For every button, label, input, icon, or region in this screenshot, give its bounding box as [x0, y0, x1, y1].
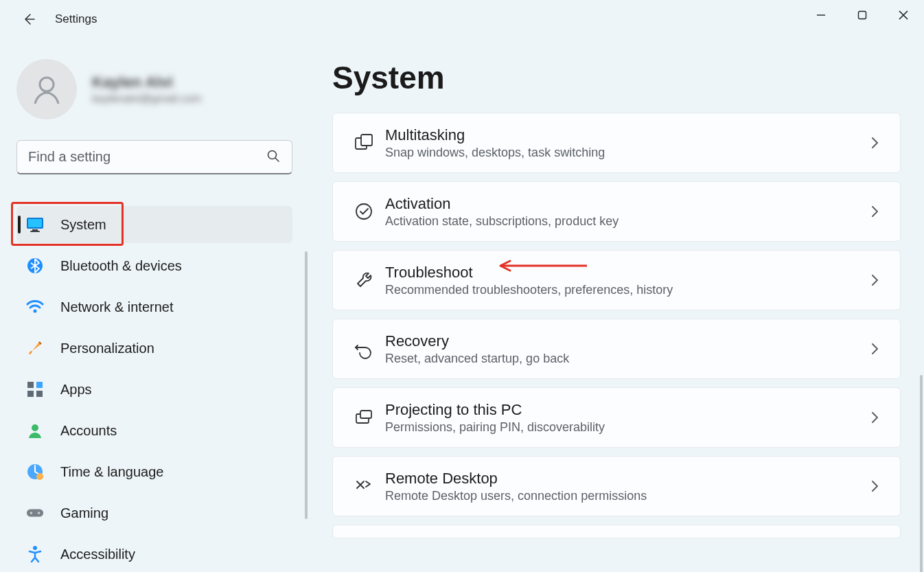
window-title: Settings	[55, 12, 97, 26]
sidebar-item-apps[interactable]: Apps	[16, 371, 292, 408]
svg-rect-1	[859, 12, 866, 19]
sidebar-item-label: Bluetooth & devices	[60, 258, 182, 274]
projecting-icon	[354, 407, 385, 428]
card-title: Recovery	[385, 332, 866, 350]
sidebar-item-network[interactable]: Network & internet	[16, 288, 292, 325]
card-subtitle: Activation state, subscriptions, product…	[385, 214, 866, 229]
svg-rect-27	[360, 411, 371, 418]
sidebar-item-bluetooth[interactable]: Bluetooth & devices	[16, 247, 292, 284]
apps-icon	[26, 380, 44, 398]
sidebar-item-label: Accounts	[60, 423, 117, 439]
sidebar-item-system[interactable]: System	[16, 206, 292, 243]
main-scrollbar[interactable]	[920, 375, 923, 572]
remote-desktop-icon	[354, 476, 385, 496]
sidebar-item-accessibility[interactable]: Accessibility	[16, 536, 292, 572]
user-email: kaylenalvi@gmail.com	[92, 93, 201, 105]
svg-point-3	[268, 151, 277, 159]
sidebar-item-personalization[interactable]: Personalization	[16, 330, 292, 367]
settings-cards: Multitasking Snap windows, desktops, tas…	[332, 113, 901, 538]
card-activation[interactable]: Activation Activation state, subscriptio…	[332, 181, 901, 242]
svg-rect-23	[361, 135, 372, 146]
person-icon	[26, 422, 44, 439]
svg-point-21	[33, 546, 37, 550]
card-troubleshoot[interactable]: Troubleshoot Recommended troubleshooters…	[332, 250, 901, 310]
card-title: Troubleshoot	[385, 264, 866, 282]
search-field[interactable]	[16, 140, 292, 174]
card-subtitle: Snap windows, desktops, task switching	[385, 146, 866, 160]
accessibility-icon	[26, 545, 44, 563]
back-button[interactable]	[15, 5, 43, 33]
svg-point-17	[36, 473, 43, 480]
user-name: Kaylen Alvi	[92, 73, 201, 91]
sidebar-item-label: Accessibility	[60, 547, 135, 562]
sidebar-item-label: Personalization	[60, 341, 154, 356]
sidebar-item-label: Apps	[60, 382, 92, 398]
svg-point-10	[34, 310, 37, 313]
sidebar: Kaylen Alvi kaylenalvi@gmail.com System	[0, 38, 309, 572]
card-title: Remote Desktop	[385, 470, 866, 488]
card-title: Multitasking	[385, 126, 866, 144]
search-input[interactable]	[16, 140, 292, 174]
card-partial[interactable]	[332, 525, 901, 538]
card-projecting[interactable]: Projecting to this PC Permissions, pairi…	[332, 387, 901, 448]
check-circle-icon	[354, 201, 385, 222]
sidebar-item-label: Network & internet	[60, 299, 174, 315]
svg-rect-13	[27, 391, 34, 397]
page-title: System	[332, 59, 901, 96]
window-controls	[800, 0, 924, 30]
chevron-right-icon	[866, 137, 885, 149]
sidebar-item-label: Gaming	[60, 505, 108, 521]
monitor-icon	[26, 216, 44, 233]
avatar	[16, 59, 77, 119]
svg-rect-6	[28, 219, 42, 227]
svg-point-2	[40, 78, 54, 91]
main-content: System Multitasking Snap windows, deskto…	[309, 38, 924, 572]
nav-list: System Bluetooth & devices Network & int…	[16, 206, 292, 572]
card-subtitle: Recommended troubleshooters, preferences…	[385, 283, 866, 297]
card-remote-desktop[interactable]: Remote Desktop Remote Desktop users, con…	[332, 456, 901, 516]
sidebar-item-label: System	[60, 217, 106, 233]
svg-rect-14	[36, 391, 43, 397]
chevron-right-icon	[866, 411, 885, 424]
chevron-right-icon	[866, 274, 885, 286]
user-profile[interactable]: Kaylen Alvi kaylenalvi@gmail.com	[16, 59, 292, 119]
sidebar-scrollbar[interactable]	[305, 251, 308, 519]
card-title: Projecting to this PC	[385, 401, 866, 419]
multitasking-icon	[354, 133, 385, 153]
card-multitasking[interactable]: Multitasking Snap windows, desktops, tas…	[332, 113, 901, 173]
chevron-right-icon	[866, 343, 885, 355]
wifi-icon	[26, 298, 44, 316]
card-subtitle: Permissions, pairing PIN, discoverabilit…	[385, 420, 866, 435]
svg-point-24	[356, 204, 371, 219]
svg-rect-18	[27, 509, 43, 516]
close-button[interactable]	[883, 0, 924, 30]
gamepad-icon	[26, 504, 44, 522]
sidebar-item-time-language[interactable]: Time & language	[16, 453, 292, 490]
search-icon	[266, 149, 280, 165]
svg-rect-12	[36, 382, 43, 388]
card-title: Activation	[385, 195, 866, 213]
minimize-button[interactable]	[800, 0, 842, 30]
brush-icon	[26, 339, 44, 357]
maximize-button[interactable]	[842, 0, 883, 30]
card-recovery[interactable]: Recovery Reset, advanced startup, go bac…	[332, 319, 901, 379]
clock-globe-icon	[26, 463, 44, 481]
svg-rect-11	[27, 382, 34, 388]
chevron-right-icon	[866, 205, 885, 218]
recovery-icon	[354, 339, 385, 359]
svg-point-19	[30, 512, 33, 514]
svg-rect-7	[32, 229, 38, 231]
sidebar-item-gaming[interactable]: Gaming	[16, 494, 292, 531]
wrench-icon	[354, 270, 385, 290]
svg-point-15	[32, 424, 38, 431]
sidebar-item-label: Time & language	[60, 464, 163, 480]
chevron-right-icon	[866, 480, 885, 492]
card-subtitle: Reset, advanced startup, go back	[385, 352, 866, 366]
bluetooth-icon	[26, 257, 44, 275]
user-info: Kaylen Alvi kaylenalvi@gmail.com	[92, 73, 201, 105]
card-subtitle: Remote Desktop users, connection permiss…	[385, 489, 866, 503]
sidebar-item-accounts[interactable]: Accounts	[16, 412, 292, 449]
svg-rect-8	[30, 231, 40, 232]
svg-point-20	[38, 512, 41, 514]
svg-line-4	[276, 159, 279, 162]
